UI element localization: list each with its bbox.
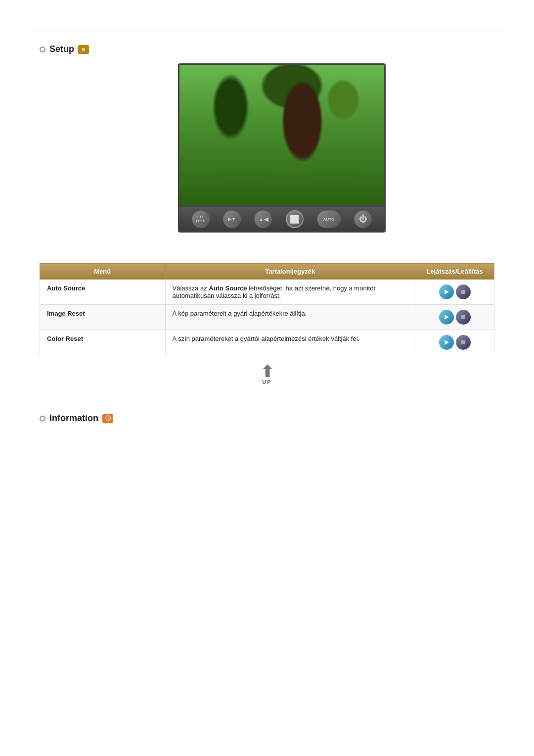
row-btns-color-reset	[415, 330, 494, 355]
row-desc-auto-source: Válassza az Auto Source lehetőséget, ha …	[165, 280, 415, 305]
table-header-playback: Lejátszás/Leállítás	[415, 264, 494, 280]
btn-group-image-reset	[422, 310, 487, 325]
ctrl-btn-4[interactable]: ⬜	[286, 210, 304, 228]
setup-section: Setup ⊞ FTTPRES ▶▼ ▲◀ ⬜ AUTO ⏻ ☞ Menü Ta…	[0, 44, 534, 385]
row-label-image-reset: Image Reset	[40, 305, 166, 330]
row-btns-image-reset	[415, 305, 494, 330]
svg-marker-4	[445, 340, 448, 345]
setup-dot	[40, 47, 45, 52]
setup-title-text: Setup	[49, 44, 74, 54]
monitor-screen	[178, 63, 386, 207]
up-arrow-icon: ⬆	[261, 362, 274, 381]
information-section: Information ⓘ	[0, 413, 534, 424]
table-row: Color Reset A szín paramétereket a gyárt…	[40, 330, 494, 355]
up-arrow-container: ⬆ UP	[40, 362, 494, 385]
play-btn-auto-source[interactable]	[439, 284, 454, 299]
row-btns-auto-source	[415, 280, 494, 305]
row-desc-image-reset: A kép paramétereit a gyári alapértékekre…	[165, 305, 415, 330]
information-icon-badge: ⓘ	[102, 414, 113, 423]
svg-marker-2	[445, 315, 448, 320]
table-header-menu: Menü	[40, 264, 166, 280]
table-row: Auto Source Válassza az Auto Source lehe…	[40, 280, 494, 305]
btn-group-color-reset	[422, 335, 487, 350]
monitor-controls: FTTPRES ▶▼ ▲◀ ⬜ AUTO ⏻	[178, 207, 386, 233]
stop-btn-color-reset[interactable]	[456, 335, 471, 350]
setup-icon-badge: ⊞	[78, 45, 89, 54]
information-dot	[40, 416, 45, 422]
bottom-divider	[30, 399, 504, 399]
information-title-text: Information	[49, 413, 98, 424]
svg-rect-3	[461, 315, 465, 319]
setup-table: Menü Tartalomjegyzék Lejátszás/Leállítás…	[40, 263, 494, 355]
up-arrow: ⬆ UP	[261, 362, 274, 385]
monitor-container: FTTPRES ▶▼ ▲◀ ⬜ AUTO ⏻	[69, 63, 494, 233]
table-row: Image Reset A kép paramétereit a gyári a…	[40, 305, 494, 330]
svg-marker-0	[445, 289, 448, 294]
ctrl-btn-1[interactable]: FTTPRES	[192, 210, 210, 228]
stop-btn-image-reset[interactable]	[456, 310, 471, 325]
svg-rect-1	[461, 290, 465, 294]
garden-scene	[179, 65, 384, 205]
ctrl-btn-2[interactable]: ▶▼	[223, 210, 241, 228]
table-header-content: Tartalomjegyzék	[165, 264, 415, 280]
btn-group-auto-source	[422, 284, 487, 299]
up-label: UP	[262, 379, 271, 385]
row-label-color-reset: Color Reset	[40, 330, 166, 355]
ctrl-btn-3[interactable]: ▲◀	[254, 210, 272, 228]
svg-rect-5	[461, 340, 465, 344]
information-title: Information ⓘ	[40, 413, 494, 424]
play-btn-image-reset[interactable]	[439, 310, 454, 325]
row-desc-color-reset: A szín paramétereket a gyártói alapértel…	[165, 330, 415, 355]
play-btn-color-reset[interactable]	[439, 335, 454, 350]
row-label-auto-source: Auto Source	[40, 280, 166, 305]
ctrl-btn-power[interactable]: ⏻	[354, 210, 372, 228]
top-divider	[30, 30, 504, 30]
ctrl-btn-auto[interactable]: AUTO	[317, 210, 341, 228]
setup-title: Setup ⊞	[40, 44, 494, 54]
stop-btn-auto-source[interactable]	[456, 284, 471, 299]
